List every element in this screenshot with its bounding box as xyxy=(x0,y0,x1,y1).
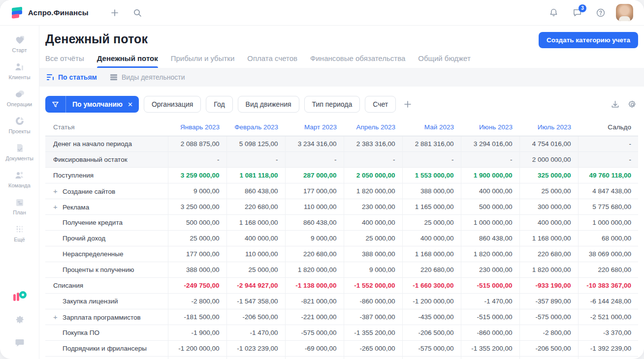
row-label[interactable]: Поступления xyxy=(45,168,168,183)
cell-value: -1 200 000,00 xyxy=(168,341,226,357)
row-label[interactable]: Денег на начало периода xyxy=(45,136,168,152)
column-header-month[interactable]: Июль 2023 xyxy=(519,120,578,136)
cell-value: 25 000,00 xyxy=(519,183,578,199)
subtab-1[interactable]: Виды деятельности xyxy=(110,73,185,81)
cell-value: 1 553 000,00 xyxy=(402,168,461,183)
column-header-month[interactable]: Июнь 2023 xyxy=(461,120,519,136)
column-header-month[interactable]: Февраль 2023 xyxy=(226,120,285,136)
cell-value: -821 000,00 xyxy=(285,294,344,309)
chat-icon[interactable]: 3 xyxy=(569,4,585,21)
clear-filter-icon[interactable]: ✕ xyxy=(127,101,139,108)
cell-value: 177 000,00 xyxy=(168,246,226,262)
cell-value: -1 200 000,00 xyxy=(402,357,461,359)
cell-value: 388 000,00 xyxy=(344,246,402,262)
cell-value: 1 820 000,00 xyxy=(344,183,402,199)
brand-mark-icon[interactable] xyxy=(13,291,26,303)
cell-value: -575 000,00 xyxy=(519,309,578,325)
row-label[interactable]: +Создание сайтов xyxy=(45,183,168,199)
operations-icon xyxy=(14,89,25,99)
app-logo-icon[interactable] xyxy=(11,6,23,19)
tab-report-0[interactable]: Все отчёты xyxy=(45,54,84,68)
cell-value: 25 000,00 xyxy=(344,231,402,246)
cell-value: 388 000,00 xyxy=(402,183,461,199)
tab-report-4[interactable]: Финансовые обязательства xyxy=(310,54,405,68)
cell-value: -3 900,00 xyxy=(168,357,226,359)
more-dots-icon xyxy=(14,224,25,235)
tab-cashflow[interactable]: Денежный поток xyxy=(97,54,158,68)
row-label[interactable]: Списания xyxy=(45,278,168,294)
active-filter-chip[interactable]: По умолчанию ✕ xyxy=(45,96,139,113)
cell-value: 9 000,00 xyxy=(285,231,344,246)
sidebar-item-start[interactable]: Старт xyxy=(2,30,37,58)
filter-chip-3[interactable]: Тип периода xyxy=(304,96,360,113)
column-header-month[interactable]: Май 2023 xyxy=(402,120,461,136)
cell-value: 2 000 000,00 xyxy=(519,152,578,168)
row-label[interactable]: Закупка лицензий xyxy=(45,294,168,309)
row-label[interactable]: Получение кредита xyxy=(45,215,168,231)
cell-value: 38 069 000,00 xyxy=(578,246,638,262)
cell-value: -1 392 239,00 xyxy=(578,341,638,357)
cell-value: 1 000 000,00 xyxy=(461,215,519,231)
search-icon[interactable] xyxy=(129,4,146,21)
tab-report-2[interactable]: Прибыли и убытки xyxy=(171,54,235,68)
cell-value: 1 820 000,00 xyxy=(285,262,344,278)
cell-value: 1 820 000,00 xyxy=(519,262,578,278)
tab-report-3[interactable]: Оплата счетов xyxy=(247,54,297,68)
row-label[interactable]: Прочий доход xyxy=(45,231,168,246)
sidebar-item-team[interactable]: Команда xyxy=(2,166,37,193)
sidebar-item-label: Ещё xyxy=(14,237,25,242)
settings-icon[interactable] xyxy=(628,100,637,109)
cell-value: -860 000,00 xyxy=(344,294,402,309)
filter-chip-4[interactable]: Счет xyxy=(365,96,396,113)
column-header-month[interactable]: Март 2023 xyxy=(285,120,344,136)
row-label[interactable]: +Зарплата программистов xyxy=(45,309,168,325)
expand-plus-icon[interactable]: + xyxy=(53,187,63,195)
cell-value: 220 680,00 xyxy=(402,262,461,278)
column-header-month[interactable]: Январь 2023 xyxy=(168,120,226,136)
download-icon[interactable] xyxy=(611,100,620,109)
cell-value: 4 754 016,00 xyxy=(519,136,578,152)
expand-plus-icon[interactable]: + xyxy=(53,313,63,321)
cell-value: - xyxy=(285,152,344,168)
avatar[interactable] xyxy=(616,4,633,21)
chat-badge: 3 xyxy=(579,4,586,12)
cell-value: -249 750,00 xyxy=(168,278,226,294)
chat-bubble-icon[interactable] xyxy=(14,337,25,350)
cell-value: 1 081 118,00 xyxy=(226,168,285,183)
cell-value: 400 000,00 xyxy=(226,231,285,246)
gear-icon[interactable] xyxy=(14,314,25,327)
help-icon[interactable] xyxy=(592,4,609,21)
bell-icon[interactable] xyxy=(545,4,562,21)
plus-icon[interactable] xyxy=(106,4,123,21)
tab-report-5[interactable]: Общий бюджет xyxy=(418,54,471,68)
row-label[interactable]: Проценты к получению xyxy=(45,262,168,278)
filter-chip-0[interactable]: Организация xyxy=(144,96,201,113)
sidebar-item-plan[interactable]: План xyxy=(2,193,37,220)
row-label[interactable]: Нераспределенные xyxy=(45,246,168,262)
filter-chip-2[interactable]: Вид движения xyxy=(238,96,299,113)
view-subtabs: По статьямВиды деятельности xyxy=(39,68,644,87)
filter-chip-1[interactable]: Год xyxy=(206,96,232,113)
column-header-month[interactable]: Апрель 2023 xyxy=(344,120,402,136)
cell-value: 25 000,00 xyxy=(402,215,461,231)
row-label[interactable]: +Реклама xyxy=(45,199,168,215)
documents-icon xyxy=(14,143,25,153)
create-category-button[interactable]: Создать категорию учета xyxy=(539,32,638,48)
cell-value: 1 168 000,00 xyxy=(226,215,285,231)
row-label[interactable]: Покупка ПО xyxy=(45,325,168,341)
sidebar-item-projects[interactable]: Проекты xyxy=(2,112,37,139)
row-label[interactable]: Фиксированный остаток xyxy=(45,152,168,168)
table-row: Прочий доход25 000,00400 000,009 000,002… xyxy=(45,231,638,246)
add-filter-icon[interactable] xyxy=(401,99,415,109)
sidebar: СтартКлиентыОперацииПроектыДокументыКома… xyxy=(0,26,39,359)
row-label[interactable]: +Зарплата программистов xyxy=(45,357,168,359)
sidebar-item-clients[interactable]: Клиенты xyxy=(2,58,37,85)
cell-value: -6 144 248,00 xyxy=(578,294,638,309)
row-label[interactable]: Подрядчики и фрилансеры xyxy=(45,341,168,357)
sidebar-item-documents[interactable]: Документы xyxy=(2,139,37,166)
sidebar-item-operations[interactable]: Операции xyxy=(2,85,37,112)
subtab-0[interactable]: По статьям xyxy=(46,73,97,81)
sidebar-item-more[interactable]: Ещё xyxy=(2,220,37,247)
cell-value: 230 000,00 xyxy=(344,199,402,215)
expand-plus-icon[interactable]: + xyxy=(53,203,63,211)
